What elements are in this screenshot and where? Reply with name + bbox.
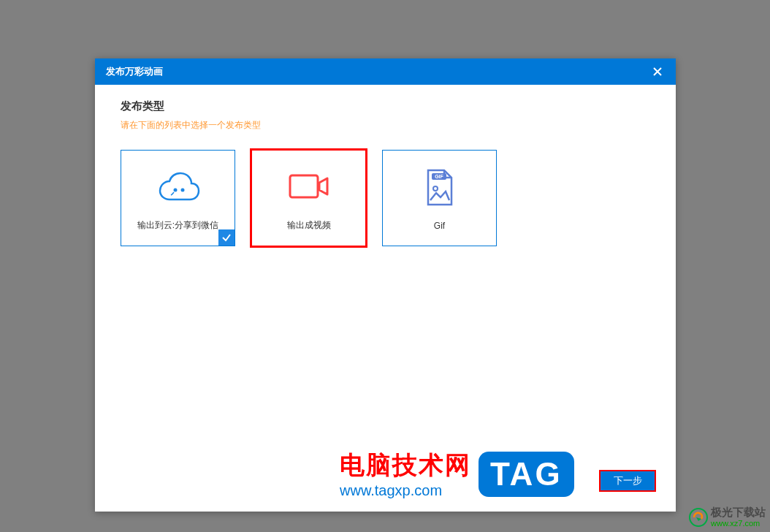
watermark2-text: 极光下载站 www.xz7.com (711, 506, 766, 528)
next-button-label: 下一步 (614, 474, 642, 487)
svg-point-5 (433, 186, 438, 191)
watermark-tag: TAG (479, 452, 574, 497)
watermark-title: 电脑技术网 (340, 449, 471, 482)
watermark-url: www.tagxp.com (340, 482, 471, 499)
options-row: 输出到云:分享到微信 输出成视频 (121, 150, 650, 246)
watermark-xz7: 极光下载站 www.xz7.com (689, 506, 766, 528)
next-button-wrapper: 下一步 (599, 470, 656, 492)
option-cloud-wechat[interactable]: 输出到云:分享到微信 (121, 150, 235, 246)
dialog-title: 发布万彩动画 (106, 65, 163, 78)
section-title: 发布类型 (121, 99, 650, 113)
option-label: 输出到云:分享到微信 (137, 219, 218, 232)
watermark2-url: www.xz7.com (711, 519, 766, 528)
svg-point-6 (690, 509, 707, 526)
option-label: 输出成视频 (287, 219, 331, 232)
option-label: Gif (434, 221, 445, 231)
watermark-tagxp: 电脑技术网 www.tagxp.com TAG (340, 449, 574, 499)
dialog-header: 发布万彩动画 (95, 58, 676, 85)
section-hint: 请在下面的列表中选择一个发布类型 (121, 119, 650, 132)
next-button[interactable]: 下一步 (599, 470, 656, 492)
option-gif[interactable]: GIF Gif (382, 150, 497, 246)
check-icon (221, 232, 232, 243)
close-icon (653, 67, 662, 76)
xz7-logo-icon (689, 508, 708, 527)
gif-icon: GIF (424, 166, 456, 210)
svg-rect-2 (290, 175, 318, 197)
option-video[interactable]: 输出成视频 (251, 150, 366, 246)
publish-dialog: 发布万彩动画 发布类型 请在下面的列表中选择一个发布类型 (95, 58, 676, 512)
svg-text:GIF: GIF (435, 174, 443, 179)
dialog-body: 发布类型 请在下面的列表中选择一个发布类型 输出到云:分享到微信 (95, 85, 676, 261)
svg-point-1 (180, 189, 184, 192)
watermark-text: 电脑技术网 www.tagxp.com (340, 449, 471, 499)
svg-point-0 (173, 189, 177, 192)
close-button[interactable] (650, 64, 665, 79)
cloud-wechat-icon (155, 164, 202, 208)
watermark2-title: 极光下载站 (711, 506, 766, 519)
selected-badge (218, 229, 235, 246)
video-icon (287, 164, 331, 208)
